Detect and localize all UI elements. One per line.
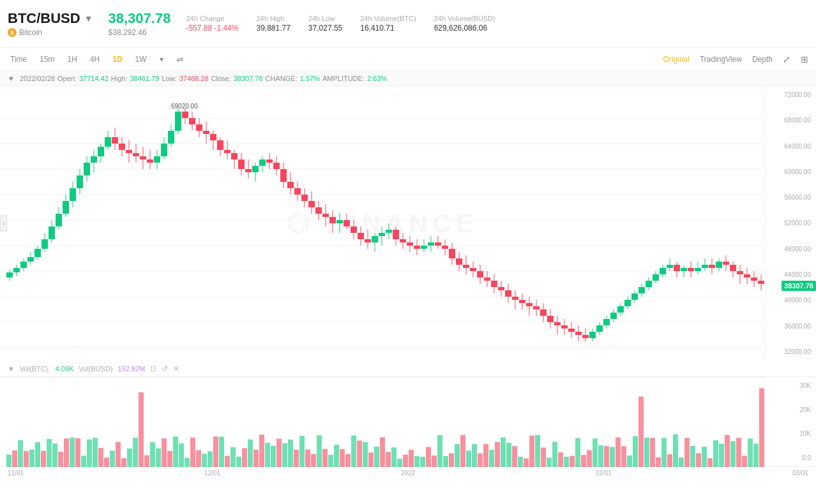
time-btn-1w[interactable]: 1W — [133, 54, 149, 65]
volume-label: 20K — [768, 406, 813, 413]
view-btn-tradingview[interactable]: TradingView — [700, 55, 742, 64]
low-value: 37468.28 — [179, 75, 209, 82]
volume-info-bar: ▼ Vol(BTC): 4.03K Vol(BUSD) 152.82M ⊡ ↺ … — [0, 360, 816, 377]
price-label: 60000.00 — [768, 168, 813, 175]
x-axis-label: 11/01 — [8, 470, 24, 477]
close-value: 38307.78 — [234, 75, 263, 82]
stat-value: 39,881.77 — [256, 24, 290, 33]
price-usd: $38,292.46 — [109, 28, 171, 37]
price-main: 38,307.78 $38,292.46 — [109, 10, 171, 37]
stat-value: 629,626,086.06 — [434, 24, 495, 33]
view-btn-original[interactable]: Original — [663, 55, 690, 64]
chart-info-bar: ▼ 2022/02/28 Open: 37714.42 High: 38461.… — [0, 71, 816, 86]
vol-refresh-icon[interactable]: ↺ — [162, 364, 168, 373]
header: BTC/BUSD ▼ ₿ Bitcoin 38,307.78 $38,292.4… — [0, 0, 816, 48]
price-label: 52000.00 — [768, 219, 813, 226]
time-options: Time15m1H4H1D1W — [8, 54, 149, 65]
change-value: 1.57% — [300, 75, 320, 82]
stat-item: 24h Low 37,027.55 — [308, 15, 342, 33]
coin-label: Bitcoin — [19, 28, 42, 37]
price-label: 56000.00 — [768, 194, 813, 201]
stat-item: 24h High 39,881.77 — [256, 15, 290, 33]
x-axis-label: 02/01 — [596, 470, 612, 477]
expand-icon[interactable]: ⤢ — [783, 54, 790, 64]
volume-axis: 30K20K10K0.0 — [765, 377, 816, 466]
price-label: 36000.00 — [768, 323, 813, 330]
close-label: Close: — [211, 75, 231, 82]
stat-value: 16,410.71 — [360, 24, 416, 33]
pair-title: BTC/BUSD ▼ — [8, 10, 93, 27]
vol-settings-icon[interactable]: ⊡ — [150, 364, 156, 373]
dropdown-arrow-icon[interactable]: ▼ — [84, 13, 93, 24]
pair-name: BTC/BUSD — [8, 10, 80, 27]
price-label: 40000.00 — [768, 297, 813, 304]
price-current: 38,307.78 — [109, 10, 171, 27]
chart-wrapper: ⬡ BINANCE › 72000.0068000.0064000.006000… — [0, 86, 816, 360]
price-axis: 72000.0068000.0064000.0060000.0056000.00… — [765, 86, 816, 360]
stat-label: 24h Low — [308, 15, 342, 22]
pair-info: BTC/BUSD ▼ ₿ Bitcoin — [8, 10, 93, 37]
stat-item: 24h Change -557.88 -1.44% — [186, 15, 238, 33]
time-btn-15m[interactable]: 15m — [37, 54, 57, 65]
stat-label: 24h Volume(BTC) — [360, 15, 416, 22]
coin-name: ₿ Bitcoin — [8, 28, 93, 37]
x-axis-label: 03/01 — [792, 470, 808, 477]
amplitude-value: 2.63% — [367, 75, 387, 82]
stat-label: 24h High — [256, 15, 290, 22]
high-value: 38461.79 — [130, 75, 160, 82]
left-scroll-button[interactable]: › — [0, 216, 7, 232]
vol-close-icon[interactable]: ✕ — [173, 364, 179, 373]
more-timeframes-button[interactable]: ▾ — [160, 55, 163, 64]
open-value: 37714.42 — [79, 75, 109, 82]
coin-icon: ₿ — [8, 28, 17, 37]
price-label: 48000.00 — [768, 246, 813, 253]
amplitude-label: AMPLITUDE: — [322, 75, 365, 82]
x-axis: 11/0112/01202202/0103/01 — [0, 466, 816, 479]
chart-date: 2022/02/28 — [20, 75, 55, 82]
grid-icon[interactable]: ⊞ — [801, 54, 808, 64]
time-btn-1h[interactable]: 1H — [65, 54, 80, 65]
stat-value: 37,027.55 — [308, 24, 342, 33]
view-options: OriginalTradingViewDepth — [663, 55, 773, 64]
vol-btc-value: 4.03K — [56, 365, 74, 373]
low-label: Low: — [162, 75, 176, 82]
main-chart-area[interactable]: ⬡ BINANCE › — [0, 86, 765, 360]
high-label: High: — [111, 75, 128, 82]
time-btn-1d[interactable]: 1D — [110, 54, 125, 65]
vol-collapse-icon[interactable]: ▼ — [8, 365, 15, 373]
view-btn-depth[interactable]: Depth — [752, 55, 773, 64]
volume-chart-area[interactable] — [0, 377, 765, 466]
open-label: Open: — [57, 75, 77, 82]
volume-label: 10K — [768, 430, 813, 437]
price-label: 64000.00 — [768, 143, 813, 150]
volume-label: 0.0 — [768, 454, 813, 461]
stats-container: 24h Change -557.88 -1.44% 24h High 39,88… — [186, 15, 495, 33]
price-label: 32000.00 — [768, 348, 813, 355]
volume-wrapper: 30K20K10K0.0 — [0, 377, 816, 466]
vol-btc-label: Vol(BTC): — [20, 365, 50, 373]
price-label: 72000.00 — [768, 91, 813, 98]
filter-icon[interactable]: ⇌ — [176, 54, 184, 64]
time-btn-time[interactable]: Time — [8, 54, 29, 65]
current-price-label: 38307.78 — [782, 281, 816, 291]
toolbar-right: OriginalTradingViewDepth ⤢ ⊞ — [663, 54, 808, 64]
vol-busd-label: Vol(BUSD) — [79, 365, 112, 373]
x-axis-label: 2022 — [401, 470, 415, 477]
stat-label: 24h Volume(BUSD) — [434, 15, 495, 22]
stat-value: -557.88 -1.44% — [186, 24, 238, 33]
volume-label: 30K — [768, 382, 813, 389]
price-label: 44000.00 — [768, 271, 813, 278]
price-label: 68000.00 — [768, 117, 813, 124]
stat-label: 24h Change — [186, 15, 238, 22]
time-btn-4h[interactable]: 4H — [87, 54, 102, 65]
vol-busd-value: 152.82M — [118, 365, 146, 373]
x-axis-label: 12/01 — [204, 470, 220, 477]
change-label: CHANGE: — [266, 75, 298, 82]
toolbar: Time15m1H4H1D1W ▾ ⇌ OriginalTradingViewD… — [0, 48, 816, 71]
stat-item: 24h Volume(BTC) 16,410.71 — [360, 15, 416, 33]
stat-item: 24h Volume(BUSD) 629,626,086.06 — [434, 15, 495, 33]
collapse-arrow-icon[interactable]: ▼ — [8, 75, 15, 82]
